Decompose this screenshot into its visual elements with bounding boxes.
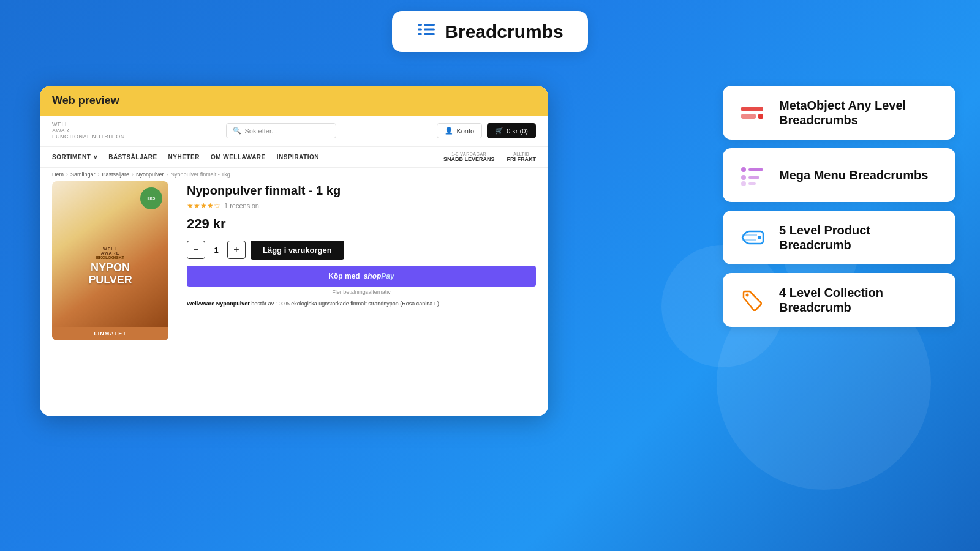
- nav-inspiration[interactable]: INSPIRATION: [277, 154, 319, 160]
- mega-menu-icon: [737, 160, 767, 190]
- nav-om[interactable]: OM WELLAWARE: [211, 154, 266, 160]
- nav-bestsellers[interactable]: BÄSTSÄLJARE: [108, 154, 157, 160]
- product-organic-label: EKOLOGISKT: [96, 255, 124, 260]
- 4level-icon-wrap: [736, 284, 768, 316]
- product-price: 229 kr: [187, 216, 536, 232]
- 4level-collection-icon: [737, 285, 767, 315]
- product-desc-bold: WellAware Nyponpulver: [187, 301, 250, 307]
- product-image-area: 🔍 WELLAWARE EKOLOGISKT NYPONPULVER EKO F…: [52, 181, 175, 340]
- feature-cards-container: MetaObject Any Level Breadcrumbs Mega Me…: [723, 86, 956, 327]
- metaobject-label: MetaObject Any Level Breadcrumbs: [779, 98, 942, 127]
- svg-rect-8: [758, 114, 763, 119]
- store-content: WELL AWARE. FUNCTIONAL NUTRITION 🔍 Sök e…: [40, 116, 548, 340]
- header-pill: Breadcrumbs: [392, 11, 587, 52]
- svg-rect-0: [424, 24, 435, 26]
- 4level-card[interactable]: 4 Level Collection Breadcrumb: [723, 273, 956, 327]
- svg-point-18: [746, 294, 749, 297]
- svg-rect-1: [424, 29, 435, 31]
- 4level-label: 4 Level Collection Breadcrumb: [779, 285, 942, 315]
- breadcrumb-home[interactable]: Hem: [52, 171, 64, 178]
- nav-sortiment[interactable]: SORTIMENT ∨: [52, 154, 97, 160]
- list-icon: [417, 20, 436, 43]
- store-topbar: WELL AWARE. FUNCTIONAL NUTRITION 🔍 Sök e…: [40, 116, 548, 147]
- cart-button[interactable]: 🛒 0 kr (0): [487, 123, 536, 138]
- svg-rect-5: [418, 33, 422, 35]
- buy-now-button[interactable]: Köp med shopPay: [187, 266, 536, 287]
- delivery-info: 1-3 VARDAGAR SNABB LEVERANS: [443, 152, 495, 162]
- 5level-card[interactable]: 5 Level Product Breadcrumb: [723, 211, 956, 264]
- svg-rect-3: [418, 24, 422, 26]
- more-payment-link[interactable]: Fler betalningsalternativ: [187, 289, 536, 295]
- breadcrumb-nyonpulver[interactable]: Nyonpulver: [136, 171, 164, 178]
- logo-sub: FUNCTIONAL NUTRITION: [52, 134, 125, 140]
- store-nav-links: SORTIMENT ∨ BÄSTSÄLJARE NYHETER OM WELLA…: [52, 154, 319, 160]
- page-title: Breadcrumbs: [445, 21, 563, 42]
- product-details: Nyponpulver finmalt - 1 kg ★★★★☆ 1 recen…: [187, 181, 536, 340]
- 5level-icon: [737, 223, 767, 252]
- store-product: 🔍 WELLAWARE EKOLOGISKT NYPONPULVER EKO F…: [40, 181, 548, 340]
- quantity-value: 1: [210, 246, 222, 255]
- web-preview-label: Web preview: [52, 94, 119, 107]
- mega-menu-label: Mega Menu Breadcrumbs: [779, 168, 928, 182]
- shipping-info: ALLTID FRI FRAKT: [507, 152, 537, 162]
- product-title: Nyponpulver finmalt - 1 kg: [187, 184, 536, 198]
- svg-rect-12: [748, 176, 760, 179]
- product-description: WellAware Nyponpulver består av 100% eko…: [187, 300, 536, 308]
- breadcrumb-bastsaljare[interactable]: Bastsaljare: [102, 171, 130, 178]
- mega-menu-icon-wrap: [736, 159, 768, 191]
- 5level-icon-wrap: [736, 222, 768, 253]
- store-nav-info: 1-3 VARDAGAR SNABB LEVERANS ALLTID FRI F…: [443, 152, 536, 162]
- mega-menu-card[interactable]: Mega Menu Breadcrumbs: [723, 148, 956, 202]
- add-to-cart-button[interactable]: Lägg i varukorgen: [251, 241, 344, 260]
- store-logo: WELL AWARE. FUNCTIONAL NUTRITION: [52, 122, 125, 140]
- rating-stars: ★★★★☆: [187, 201, 221, 210]
- product-rating: ★★★★☆ 1 recension: [187, 201, 536, 210]
- svg-point-9: [741, 167, 746, 172]
- account-button[interactable]: 👤 Konto: [437, 123, 482, 138]
- rating-count: 1 recension: [224, 202, 259, 209]
- breadcrumb-samlingar[interactable]: Samlingar: [70, 171, 96, 178]
- svg-rect-10: [748, 168, 763, 171]
- product-image: WELLAWARE EKOLOGISKT NYPONPULVER EKO FIN…: [52, 181, 168, 340]
- buy-now-label: Köp med: [328, 272, 360, 280]
- breadcrumb-current: Nyonpulver finmalt - 1kg: [171, 171, 230, 178]
- product-brand-label: WELLAWARE: [101, 247, 120, 255]
- account-icon: 👤: [445, 127, 453, 135]
- search-icon: 🔍: [233, 127, 241, 135]
- web-preview-header: Web preview: [40, 86, 548, 116]
- search-placeholder: Sök efter...: [245, 127, 277, 135]
- svg-rect-14: [748, 182, 756, 185]
- quantity-minus-button[interactable]: −: [187, 241, 205, 259]
- store-buttons: 👤 Konto 🛒 0 kr (0): [437, 123, 536, 138]
- product-img-bottom: FINMALET: [52, 327, 168, 340]
- product-quantity: − 1 + Lägg i varukorgen: [187, 241, 536, 260]
- product-img-name: NYPONPULVER: [88, 262, 132, 287]
- product-desc-rest: består av 100% ekologiska ugnstorkade fi…: [250, 301, 441, 307]
- quantity-plus-button[interactable]: +: [227, 241, 246, 259]
- nav-nyheter[interactable]: NYHETER: [168, 154, 200, 160]
- product-img-badge: EKO: [140, 187, 162, 209]
- header-bar: Breadcrumbs: [0, 0, 980, 52]
- metaobject-icon-wrap: [736, 97, 768, 129]
- metaobject-card[interactable]: MetaObject Any Level Breadcrumbs: [723, 86, 956, 140]
- svg-rect-6: [741, 107, 763, 111]
- cart-icon: 🛒: [495, 127, 503, 135]
- 5level-label: 5 Level Product Breadcrumb: [779, 223, 942, 252]
- svg-point-15: [758, 236, 761, 239]
- web-preview-card: Web preview WELL AWARE. FUNCTIONAL NUTRI…: [40, 86, 548, 416]
- svg-point-11: [741, 175, 746, 180]
- svg-rect-2: [424, 33, 435, 35]
- svg-rect-4: [418, 29, 422, 31]
- store-breadcrumb: Hem › Samlingar › Bastsaljare › Nyonpulv…: [40, 168, 548, 181]
- store-search[interactable]: 🔍 Sök efter...: [226, 123, 336, 138]
- svg-rect-7: [741, 114, 756, 119]
- metaobject-icon: [737, 98, 767, 127]
- svg-point-13: [741, 181, 746, 186]
- store-nav: SORTIMENT ∨ BÄSTSÄLJARE NYHETER OM WELLA…: [40, 147, 548, 168]
- shop-pay-label: shopPay: [364, 272, 394, 280]
